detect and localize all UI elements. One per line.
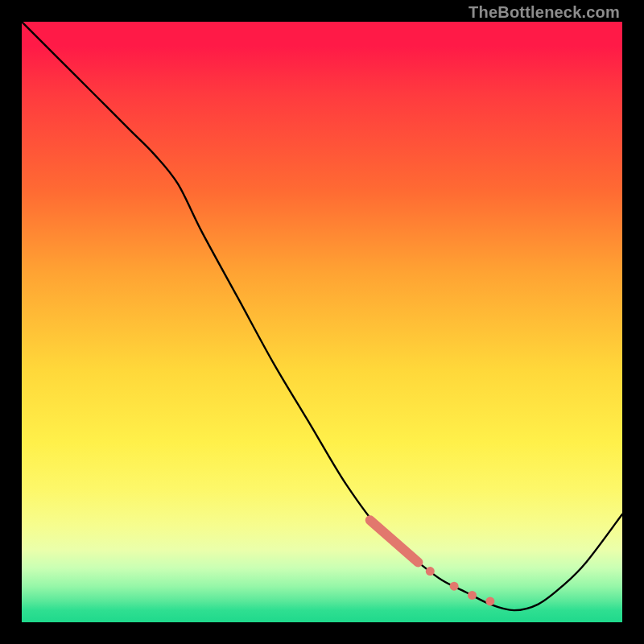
plot-background-gradient [22, 22, 622, 622]
watermark-text: TheBottleneck.com [469, 3, 620, 22]
chart-frame [22, 22, 622, 622]
